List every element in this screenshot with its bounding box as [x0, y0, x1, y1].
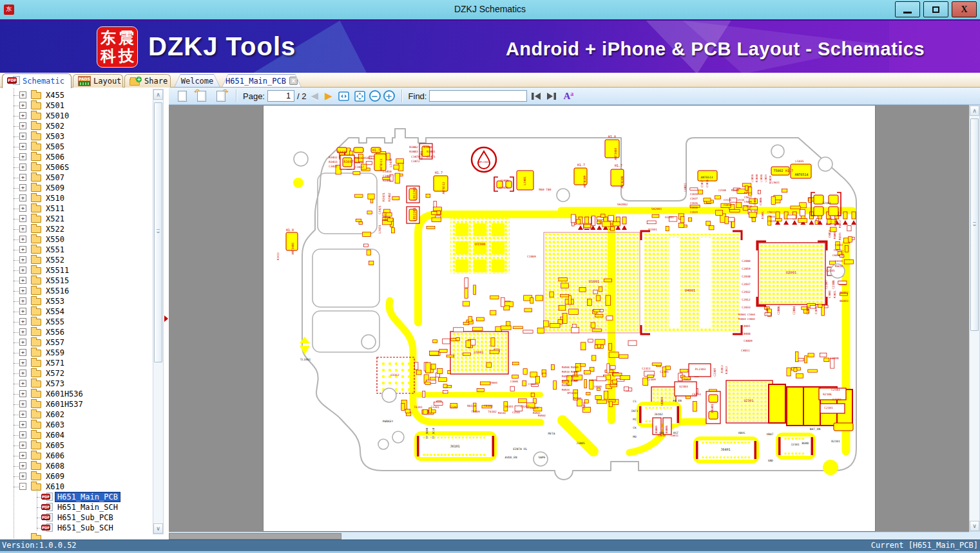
tree-expand-toggle[interactable]: + — [19, 91, 26, 98]
tree-folder-row[interactable]: +X554 — [0, 306, 169, 317]
tree-expand-toggle[interactable]: + — [19, 256, 26, 263]
tree-file-row[interactable]: PDFH651_Main_PCB — [0, 492, 169, 502]
splitter-arrow-icon[interactable] — [164, 315, 168, 322]
tree-folder-row[interactable]: +X5010 — [0, 111, 169, 121]
tree-folder-row[interactable]: +X602 — [0, 409, 169, 420]
tree-folder-row[interactable]: +X506S — [0, 162, 169, 173]
tree-folder-row[interactable]: +X509 — [0, 183, 169, 193]
tree-expand-toggle[interactable]: + — [19, 112, 26, 119]
tree-folder-row[interactable]: +X5516 — [0, 286, 169, 296]
tree-folder-row[interactable]: +X5515 — [0, 276, 169, 286]
tree-folder-row[interactable]: -X610 — [0, 482, 169, 492]
tree-folder-row[interactable]: +X503 — [0, 131, 169, 142]
tree-file-row[interactable]: PDFH651_Sub_SCH — [0, 523, 169, 533]
pcb-canvas[interactable]: R3430R3432R3433C3432R3607R3436R5015R3438… — [264, 106, 876, 532]
tree-expand-toggle[interactable]: + — [19, 205, 26, 212]
tree-expand-toggle[interactable]: + — [19, 297, 26, 305]
tree-folder-row[interactable]: +X555 — [0, 317, 169, 327]
tree-folder-row[interactable]: +X601H537 — [0, 399, 169, 409]
tree-folder-row[interactable]: +X604 — [0, 430, 169, 440]
tree-folder-row[interactable]: +X605 — [0, 440, 169, 451]
fit-page-button[interactable] — [353, 91, 367, 102]
tree-folder-row[interactable]: +X601H536 — [0, 389, 169, 399]
viewer-scroll-thumb[interactable] — [970, 118, 979, 331]
tree-expand-toggle[interactable]: + — [19, 246, 26, 253]
tree-folder-row[interactable]: +X510 — [0, 193, 169, 203]
tree-folder-row[interactable]: +X573 — [0, 379, 169, 389]
tree-expand-toggle[interactable]: + — [19, 328, 26, 335]
tree-folder-row[interactable]: +X606 — [0, 451, 169, 461]
tree-expand-toggle[interactable]: + — [19, 318, 26, 325]
tree-folder-row[interactable]: +X501 — [0, 100, 169, 111]
tree-folder-row[interactable]: +X550 — [0, 234, 169, 245]
tree-expand-toggle[interactable]: - — [19, 483, 26, 490]
tree-folder-row[interactable]: +X502 — [0, 121, 169, 131]
viewer-scroll-up-icon[interactable]: ∧ — [970, 106, 979, 116]
tree-expand-toggle[interactable]: + — [19, 174, 26, 181]
tree-expand-toggle[interactable]: + — [19, 359, 26, 366]
tree-expand-toggle[interactable]: + — [19, 380, 26, 387]
find-prev-button[interactable] — [530, 92, 543, 100]
tree-folder-row[interactable]: +X507 — [0, 173, 169, 183]
doc-tab-welcome[interactable]: Welcome — [174, 74, 220, 88]
viewer-v-scrollbar[interactable]: ∧ ∨ — [969, 105, 980, 532]
tree-folder-row[interactable]: +X556 — [0, 327, 169, 337]
tree-folder-row[interactable]: +X5511 — [0, 265, 169, 276]
tree-expand-toggle[interactable]: + — [19, 194, 26, 202]
tree-expand-toggle[interactable]: + — [19, 442, 26, 449]
tree-folder-row[interactable]: +X506 — [0, 152, 169, 162]
tab-layout[interactable]: PADS Layout — [73, 74, 123, 88]
tree-expand-toggle[interactable]: + — [19, 370, 26, 377]
doc-tab-h651-main-pcb[interactable]: H651_Main_PCB x — [222, 74, 302, 88]
tree-expand-toggle[interactable]: + — [19, 225, 26, 232]
tree-expand-toggle[interactable]: + — [19, 215, 26, 222]
fit-width-button[interactable] — [337, 91, 351, 102]
tree-expand-toggle[interactable]: + — [19, 411, 26, 418]
tree-folder-row[interactable]: +X521 — [0, 214, 169, 224]
rotate-right-button[interactable]: ↷ — [213, 88, 229, 104]
tree-expand-toggle[interactable]: + — [19, 400, 26, 408]
tree-expand-toggle[interactable]: + — [19, 184, 26, 191]
tree-expand-toggle[interactable]: + — [19, 236, 26, 243]
tree-folder-row[interactable]: +X572 — [0, 368, 169, 379]
rotate-left-button[interactable]: ↶ — [193, 88, 210, 104]
doc-tab-close-icon[interactable]: x — [289, 77, 298, 85]
find-input[interactable] — [429, 90, 527, 102]
tree-expand-toggle[interactable]: + — [19, 164, 26, 171]
viewer-scroll-down-icon[interactable]: ∨ — [970, 521, 979, 531]
zoom-in-button[interactable]: + — [383, 90, 395, 102]
tree-scroll-up-icon[interactable]: ∧ — [153, 89, 163, 100]
tree-file-row[interactable]: PDFH651_Main_SCH — [0, 502, 169, 512]
tree-expand-toggle[interactable]: + — [19, 308, 26, 315]
tab-schematic[interactable]: PDF Schematic — [2, 73, 72, 88]
tree-folder-row[interactable]: +X455 — [0, 90, 169, 100]
font-case-icon[interactable]: Aa — [563, 90, 573, 102]
tree-folder-row[interactable]: +X557 — [0, 337, 169, 348]
maximize-button[interactable] — [923, 1, 948, 17]
tree-scroll-thumb[interactable] — [154, 102, 162, 362]
tree-expand-toggle[interactable]: + — [19, 277, 26, 284]
tree-expand-toggle[interactable]: + — [19, 153, 26, 160]
tree-scrollbar[interactable]: ∧ ∨ — [153, 89, 164, 534]
page-input[interactable] — [267, 90, 294, 102]
tree-expand-toggle[interactable]: + — [19, 143, 26, 150]
tree-expand-toggle[interactable]: + — [19, 102, 26, 109]
tree-expand-toggle[interactable]: + — [19, 349, 26, 356]
minimize-button[interactable] — [895, 1, 920, 17]
tree-folder-row[interactable]: +X608 — [0, 461, 169, 471]
tree-folder-row[interactable]: +X552 — [0, 255, 169, 265]
tree-folder-row-partial[interactable] — [0, 533, 169, 539]
tree-expand-toggle[interactable]: + — [19, 267, 26, 274]
zoom-out-button[interactable]: − — [369, 90, 381, 102]
viewer-h-scroll-thumb[interactable] — [169, 533, 341, 539]
tree-folder-row[interactable]: +X559 — [0, 348, 169, 358]
tree-expand-toggle[interactable]: + — [19, 133, 26, 140]
find-next-button[interactable] — [545, 92, 558, 100]
tree-expand-toggle[interactable]: + — [19, 287, 26, 294]
tree-scroll-down-icon[interactable]: ∨ — [153, 523, 163, 534]
tree-expand-toggle[interactable]: + — [19, 431, 26, 438]
viewer-h-scrollbar[interactable] — [169, 532, 969, 539]
tree-folder-row[interactable]: +X553 — [0, 296, 169, 306]
tree-folder-row[interactable]: +X571 — [0, 358, 169, 368]
tree-folder-row[interactable]: +X609 — [0, 471, 169, 482]
